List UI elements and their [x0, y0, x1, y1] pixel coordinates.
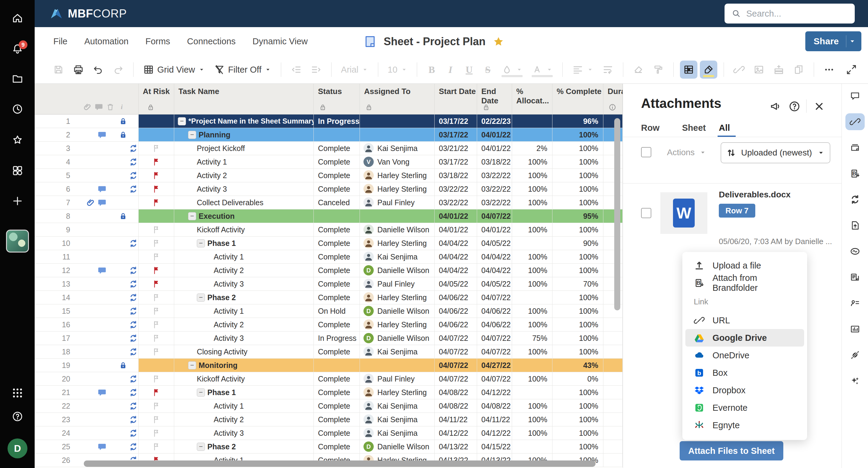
column-header-task[interactable]: Task Name [174, 84, 314, 115]
status-cell[interactable]: Complete [314, 427, 360, 440]
sync-indicator-icon[interactable] [129, 334, 138, 343]
rail-item-connections[interactable] [845, 347, 865, 364]
start-date-cell[interactable]: 04/06/22 [435, 318, 477, 332]
sync-indicator-icon[interactable] [129, 184, 138, 194]
grid-view-button[interactable]: Grid View [140, 61, 208, 79]
sidebar-item-create[interactable] [0, 190, 35, 213]
status-cell[interactable]: Complete [314, 440, 360, 454]
brand-logo[interactable]: MBFCORP [49, 6, 127, 21]
rail-item-publish[interactable] [845, 217, 865, 234]
sync-indicator-icon[interactable] [129, 307, 138, 316]
status-cell[interactable]: Complete [314, 386, 360, 399]
menu-item-google-drive[interactable]: Google Drive [685, 329, 804, 347]
column-header-end[interactable]: End Date [477, 84, 512, 115]
status-cell[interactable]: Complete [314, 169, 360, 182]
task-name-cell[interactable]: Activity 1 [174, 250, 314, 264]
status-cell[interactable]: Complete [314, 155, 360, 169]
text-color-button[interactable] [528, 61, 556, 79]
end-date-cell[interactable]: 04/05/22 [477, 277, 512, 291]
row-number-cell[interactable]: 1 [35, 115, 138, 128]
task-name-cell[interactable]: Kickoff Activity [174, 223, 314, 237]
sidebar-item-help[interactable] [0, 405, 35, 428]
complete-cell[interactable]: 70% [553, 277, 603, 291]
row-number-cell[interactable]: 4 [35, 155, 138, 169]
status-cell[interactable] [314, 128, 360, 142]
end-date-cell[interactable]: 04/01/22 [477, 142, 512, 155]
complete-cell[interactable]: 96% [553, 115, 603, 128]
end-date-cell[interactable]: 04/11/22 [477, 413, 512, 427]
assigned-to-cell[interactable]: Harley Sterling [360, 182, 435, 196]
allocated-cell[interactable] [512, 128, 553, 142]
clip-indicator-icon[interactable] [86, 198, 95, 207]
allocated-cell[interactable] [512, 115, 553, 128]
rail-item-update-requests[interactable] [845, 139, 865, 156]
row-number-cell[interactable]: 14 [35, 291, 138, 304]
end-date-cell[interactable]: 04/01/22 [477, 223, 512, 237]
lock-indicator-icon[interactable] [119, 117, 128, 126]
rail-item-contacts[interactable] [845, 295, 865, 312]
collapse-toggle[interactable]: − [197, 293, 205, 302]
rail-item-activity-log[interactable] [845, 243, 865, 260]
sidebar-item-favorites[interactable] [0, 128, 35, 151]
redo-button[interactable] [110, 61, 127, 79]
assigned-to-cell[interactable]: Harley Sterling [360, 291, 435, 304]
status-cell[interactable]: Complete [314, 277, 360, 291]
at-risk-cell[interactable] [138, 427, 174, 440]
sync-indicator-icon[interactable] [129, 415, 138, 424]
end-date-cell[interactable]: 03/22/22 [477, 196, 512, 210]
rail-item-proofs[interactable] [845, 191, 865, 208]
collapse-toggle[interactable]: − [197, 388, 205, 397]
sync-indicator-icon[interactable] [129, 374, 138, 384]
assigned-to-cell[interactable]: DDanielle Wilson [360, 264, 435, 277]
complete-cell[interactable]: 100% [553, 182, 603, 196]
rail-item-attachments[interactable] [845, 113, 865, 130]
status-cell[interactable]: Complete [314, 237, 360, 250]
allocated-cell[interactable]: 100% [512, 427, 553, 440]
menu-item-url[interactable]: URL [685, 312, 804, 329]
row-number-cell[interactable]: 7 [35, 196, 138, 210]
assigned-to-cell[interactable] [360, 115, 435, 128]
task-name-cell[interactable]: Activity 1 [174, 399, 314, 413]
complete-cell[interactable]: 100% [553, 386, 603, 399]
column-header-comp[interactable]: % Complete [553, 84, 603, 115]
task-name-cell[interactable]: Activity 3 [174, 182, 314, 196]
menu-item-box[interactable]: bBox [685, 364, 804, 381]
menu-item-onedrive[interactable]: OneDrive [685, 347, 804, 364]
comment-indicator-icon[interactable] [97, 442, 107, 451]
comment-indicator-icon[interactable] [97, 266, 107, 275]
font-size-select[interactable]: 10 [384, 61, 410, 79]
complete-cell[interactable]: 100% [553, 413, 603, 427]
info-column-icon[interactable]: i [117, 102, 126, 112]
assigned-to-cell[interactable]: Kai Senjima [360, 427, 435, 440]
more-button[interactable] [820, 61, 838, 79]
assigned-to-cell[interactable]: Harley Sterling [360, 318, 435, 332]
assigned-to-cell[interactable]: Paul Finley [360, 196, 435, 210]
lock-indicator-icon[interactable] [119, 361, 128, 370]
file-checkbox[interactable] [641, 208, 651, 218]
menu-item-attach-from-brandfolder[interactable]: BAttach from Brandfolder [685, 274, 804, 292]
row-number-cell[interactable]: 5 [35, 169, 138, 182]
allocated-cell[interactable]: 100% [512, 223, 553, 237]
sync-indicator-icon[interactable] [129, 320, 138, 330]
duration-cell[interactable] [603, 386, 623, 399]
duration-cell[interactable] [603, 372, 623, 386]
file-name[interactable]: Deliverables.docx [719, 190, 790, 199]
eraser-button[interactable] [629, 61, 647, 79]
link-button[interactable] [730, 61, 748, 79]
sync-indicator-icon[interactable] [129, 279, 138, 289]
rail-item-sheet-summary[interactable] [845, 269, 865, 286]
allocated-cell[interactable] [512, 358, 553, 372]
start-date-cell[interactable]: 03/22/22 [435, 182, 477, 196]
column-header-start[interactable]: Start Date [435, 84, 477, 115]
start-date-cell[interactable]: 04/07/22 [435, 332, 477, 345]
sidebar-item-solutions[interactable] [0, 159, 35, 182]
status-cell[interactable]: Complete [314, 264, 360, 277]
task-name-cell[interactable]: Activity 1 [174, 304, 314, 318]
menu-forms[interactable]: Forms [145, 36, 170, 46]
select-all-checkbox[interactable] [641, 147, 651, 157]
menu-item-egnyte[interactable]: Egnyte [685, 416, 804, 434]
allocated-cell[interactable]: 100% [512, 264, 553, 277]
task-name-cell[interactable]: Activity 2 [174, 413, 314, 427]
collapse-toggle[interactable]: − [188, 212, 196, 220]
wrap-text-button[interactable] [599, 61, 617, 79]
